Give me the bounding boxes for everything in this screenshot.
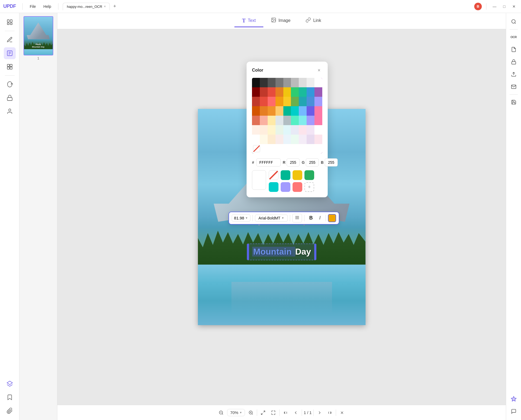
- cp-cell[interactable]: [268, 106, 276, 116]
- cp-spectrum-container[interactable]: [252, 78, 322, 155]
- prev-page-btn[interactable]: [291, 408, 300, 417]
- rs-export-btn[interactable]: [508, 69, 519, 80]
- cp-cell[interactable]: [291, 116, 299, 125]
- cp-cell[interactable]: [260, 97, 268, 106]
- cp-preset-striped[interactable]: [269, 170, 278, 180]
- pdf-text-block[interactable]: Mountain Day: [247, 244, 316, 260]
- cp-cell[interactable]: [299, 87, 307, 97]
- cp-cell[interactable]: [276, 97, 283, 106]
- cp-cell[interactable]: [307, 116, 314, 125]
- sidebar-item-convert[interactable]: [4, 78, 16, 90]
- sidebar-item-annotate[interactable]: [4, 34, 16, 46]
- sidebar-item-edit[interactable]: [4, 47, 16, 59]
- cp-cell[interactable]: [299, 106, 307, 116]
- cp-cell[interactable]: [283, 125, 291, 135]
- cp-cell[interactable]: [314, 78, 322, 87]
- cp-cell[interactable]: [299, 135, 307, 144]
- rs-email-btn[interactable]: [508, 81, 519, 92]
- rs-organize-btn[interactable]: [508, 44, 519, 55]
- cp-cell[interactable]: [291, 87, 299, 97]
- cp-preset-pink[interactable]: [293, 182, 302, 192]
- rs-protect-btn[interactable]: [508, 56, 519, 67]
- cp-cell[interactable]: [252, 106, 260, 116]
- cp-cell[interactable]: [268, 87, 276, 97]
- sidebar-item-read[interactable]: [4, 16, 16, 28]
- cp-cell[interactable]: [260, 106, 268, 116]
- cp-cell[interactable]: [291, 135, 299, 144]
- cp-cell[interactable]: [283, 78, 291, 87]
- close-btn[interactable]: ✕: [510, 3, 518, 10]
- new-tab-btn[interactable]: +: [111, 3, 118, 10]
- text-word-mountain[interactable]: Mountain: [252, 247, 295, 256]
- cp-hex-input[interactable]: [256, 158, 281, 166]
- tab-current[interactable]: happy-mo...reen_OCR ×: [63, 3, 110, 10]
- cp-cell[interactable]: [291, 78, 299, 87]
- thumbnail-item[interactable]: Happy Mountain Day 1: [24, 16, 53, 60]
- zoom-in-btn[interactable]: [247, 408, 255, 417]
- text-handle-right[interactable]: [314, 244, 316, 260]
- cp-add-color-btn[interactable]: +: [304, 182, 314, 192]
- fit-page-btn[interactable]: [259, 408, 267, 417]
- cp-color-grid-overlay[interactable]: [252, 78, 322, 154]
- cp-cell[interactable]: [252, 97, 260, 106]
- tab-close-btn[interactable]: ×: [104, 5, 106, 8]
- cp-cell[interactable]: [314, 87, 322, 97]
- cp-cell[interactable]: [307, 106, 314, 116]
- cp-cell[interactable]: [299, 97, 307, 106]
- cp-cell[interactable]: [314, 97, 322, 106]
- zoom-out-btn[interactable]: [217, 408, 225, 417]
- cp-cell[interactable]: [314, 106, 322, 116]
- cp-cell[interactable]: [260, 78, 268, 87]
- fit-width-btn[interactable]: [269, 408, 278, 417]
- rs-chat-btn[interactable]: [508, 406, 519, 417]
- menu-help[interactable]: Help: [41, 3, 54, 10]
- cp-cell[interactable]: [307, 135, 314, 144]
- font-size-selector[interactable]: 81.98 ▼: [232, 214, 250, 222]
- cp-cell[interactable]: [314, 125, 322, 135]
- cp-r-input[interactable]: [287, 158, 300, 166]
- cp-cell[interactable]: [276, 116, 283, 125]
- cp-cell[interactable]: [307, 97, 314, 106]
- minimize-btn[interactable]: —: [491, 3, 498, 10]
- cp-cell[interactable]: [291, 125, 299, 135]
- cp-cell[interactable]: [252, 125, 260, 135]
- cp-cell[interactable]: [252, 135, 260, 144]
- cp-preset-teal[interactable]: [281, 170, 290, 180]
- last-page-btn[interactable]: [326, 408, 334, 417]
- cp-cell[interactable]: [276, 106, 283, 116]
- cp-cell[interactable]: [276, 125, 283, 135]
- cp-cell[interactable]: [299, 116, 307, 125]
- cp-cell[interactable]: [260, 144, 322, 154]
- cp-cell[interactable]: [268, 97, 276, 106]
- cp-cell[interactable]: [260, 87, 268, 97]
- cp-cell[interactable]: [291, 97, 299, 106]
- close-toolbar-btn[interactable]: [338, 408, 346, 417]
- cp-cell[interactable]: [252, 144, 260, 154]
- rs-rewards-btn[interactable]: [508, 394, 519, 404]
- rs-save-btn[interactable]: [508, 97, 519, 108]
- text-color-btn[interactable]: [328, 214, 336, 222]
- sidebar-item-layers[interactable]: [4, 378, 16, 390]
- cp-cell[interactable]: [283, 87, 291, 97]
- cp-cell[interactable]: [260, 125, 268, 135]
- cp-cell[interactable]: [276, 135, 283, 144]
- cp-cell[interactable]: [299, 78, 307, 87]
- sidebar-item-protect[interactable]: [4, 92, 16, 104]
- text-word-day[interactable]: Day: [295, 247, 311, 256]
- cp-preset-cyan[interactable]: [269, 182, 278, 192]
- thumbnail-image[interactable]: Happy Mountain Day: [24, 16, 53, 55]
- cp-g-input[interactable]: [306, 158, 319, 166]
- maximize-btn[interactable]: □: [500, 3, 508, 10]
- cp-close-btn[interactable]: ×: [316, 67, 322, 74]
- tab-link[interactable]: Link: [298, 15, 328, 28]
- cp-preset-green[interactable]: [304, 170, 314, 180]
- menu-file[interactable]: File: [27, 3, 39, 10]
- cp-cell[interactable]: [276, 87, 283, 97]
- sidebar-item-organize[interactable]: [4, 61, 16, 73]
- rs-ocr-btn[interactable]: OCR: [508, 32, 519, 42]
- text-align-btn[interactable]: [292, 214, 302, 222]
- next-page-btn[interactable]: [315, 408, 324, 417]
- cp-cell[interactable]: [291, 106, 299, 116]
- tab-image[interactable]: Image: [263, 15, 298, 28]
- cp-cell[interactable]: [314, 116, 322, 125]
